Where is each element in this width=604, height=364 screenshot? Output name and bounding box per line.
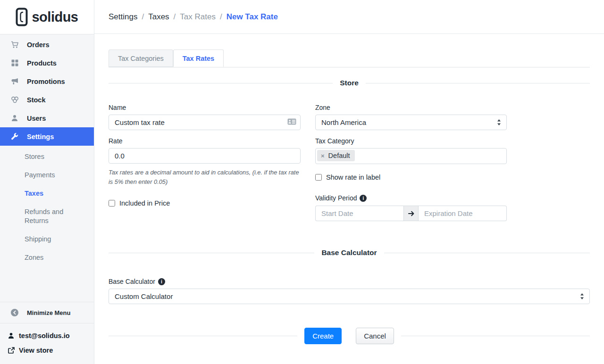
- sidebar-item-products[interactable]: Products: [0, 54, 94, 72]
- info-icon: i: [158, 278, 165, 285]
- create-button[interactable]: Create: [304, 328, 342, 344]
- sidebar: solidus Orders Products Promotions Stock: [0, 0, 94, 364]
- base-calculator-field-group: Base Calculator i Custom Calculator: [109, 278, 590, 304]
- breadcrumb-separator: /: [220, 12, 222, 22]
- stock-icon: [10, 96, 19, 103]
- autofill-contact-icon: [287, 118, 296, 127]
- rate-help-text: Tax rates are a decimal amount to aid in…: [109, 168, 301, 187]
- tax-category-field-group: Tax Category × Default Show rate in labe…: [315, 137, 507, 221]
- base-calculator-label-row: Base Calculator i: [109, 278, 590, 285]
- tab-tax-categories[interactable]: Tax Categories: [109, 50, 173, 67]
- name-field-group: Name: [109, 104, 301, 130]
- validity-period-label: Validity Period: [315, 194, 357, 202]
- arrow-right-icon: [403, 206, 419, 221]
- start-date-input[interactable]: [315, 206, 403, 221]
- sidebar-bottom: Minimize Menu test@solidus.io View store: [0, 302, 94, 364]
- show-rate-label: Show rate in label: [326, 174, 380, 181]
- validity-period-label-row: Validity Period i: [315, 194, 507, 202]
- grid-icon: [10, 59, 19, 66]
- base-calculator-section-title: Base Calculator: [314, 248, 384, 257]
- breadcrumb: Settings / Taxes / Tax Rates / New Tax R…: [94, 0, 604, 34]
- sidebar-item-orders[interactable]: Orders: [0, 35, 94, 54]
- sidebar-item-label: Settings: [27, 133, 54, 141]
- view-store-link[interactable]: View store: [8, 343, 94, 357]
- tax-category-chip: × Default: [317, 150, 355, 161]
- subnav-item-stores[interactable]: Stores: [0, 148, 94, 166]
- zone-field-group: Zone North America: [315, 104, 507, 130]
- breadcrumb-separator: /: [174, 12, 176, 22]
- store-section-title: Store: [333, 79, 366, 87]
- expiration-date-input[interactable]: [419, 206, 507, 221]
- base-calculator-label: Base Calculator: [109, 278, 155, 285]
- cart-icon: [10, 41, 19, 49]
- settings-subnav: Stores Payments Taxes Refunds and Return…: [0, 146, 94, 267]
- sidebar-item-label: Stock: [27, 96, 46, 104]
- chevron-left-circle-icon: [10, 309, 19, 316]
- wrench-icon: [10, 133, 19, 141]
- caret-updown-icon: [579, 293, 585, 300]
- chip-remove-icon[interactable]: ×: [321, 152, 325, 159]
- included-in-price-checkbox[interactable]: [109, 200, 115, 207]
- tax-category-multiselect[interactable]: × Default: [315, 148, 507, 164]
- rate-input[interactable]: [109, 148, 301, 164]
- subnav-item-zones[interactable]: Zones: [0, 248, 94, 267]
- validity-period-group: [315, 206, 507, 221]
- form-actions: Create Cancel: [109, 328, 590, 344]
- cancel-button[interactable]: Cancel: [356, 328, 394, 344]
- tax-category-label: Tax Category: [315, 137, 507, 145]
- base-calculator-section-legend: Base Calculator: [109, 248, 590, 257]
- included-in-price-label: Included in Price: [119, 199, 170, 207]
- sidebar-nav: Orders Products Promotions Stock Users: [0, 34, 94, 146]
- sidebar-item-settings[interactable]: Settings: [0, 127, 94, 146]
- solidus-logo-icon: [16, 8, 28, 26]
- included-in-price-row: Included in Price: [109, 199, 301, 207]
- megaphone-icon: [10, 78, 19, 85]
- tax-rate-form: Name Zone North America: [109, 104, 590, 221]
- tab-tax-rates[interactable]: Tax Rates: [173, 50, 224, 67]
- breadcrumb-settings[interactable]: Settings: [109, 12, 137, 22]
- user-icon: [10, 115, 19, 122]
- sidebar-item-label: Promotions: [27, 78, 65, 85]
- main-area: Settings / Taxes / Tax Rates / New Tax R…: [94, 0, 604, 364]
- caret-updown-icon: [496, 119, 502, 126]
- zone-selected-value: North America: [321, 118, 366, 126]
- account-email-link[interactable]: test@solidus.io: [8, 328, 94, 343]
- sidebar-item-stock[interactable]: Stock: [0, 91, 94, 109]
- name-input[interactable]: [109, 115, 301, 130]
- breadcrumb-taxes[interactable]: Taxes: [148, 12, 169, 22]
- sidebar-item-label: Users: [27, 115, 46, 122]
- view-store-label: View store: [19, 347, 53, 354]
- zone-label: Zone: [315, 104, 507, 111]
- breadcrumb-new-tax-rate: New Tax Rate: [226, 12, 278, 22]
- store-section-legend: Store: [109, 79, 590, 87]
- person-icon: [8, 332, 15, 339]
- solidus-logo[interactable]: solidus: [0, 0, 94, 34]
- page-content: Tax Categories Tax Rates Store Name Zone: [94, 34, 604, 344]
- zone-select[interactable]: North America: [315, 115, 507, 130]
- sidebar-item-users[interactable]: Users: [0, 109, 94, 127]
- minimize-menu-button[interactable]: Minimize Menu: [0, 302, 94, 323]
- account-section: test@solidus.io View store: [0, 323, 94, 364]
- sidebar-item-label: Orders: [27, 41, 50, 49]
- breadcrumb-separator: /: [142, 12, 144, 22]
- subnav-item-shipping[interactable]: Shipping: [0, 230, 94, 248]
- show-rate-checkbox[interactable]: [315, 174, 322, 181]
- show-rate-row: Show rate in label: [315, 174, 507, 181]
- account-email: test@solidus.io: [19, 332, 70, 339]
- subnav-item-taxes[interactable]: Taxes: [0, 184, 94, 203]
- tax-category-chip-label: Default: [328, 152, 350, 159]
- subnav-item-payments[interactable]: Payments: [0, 166, 94, 184]
- info-icon: i: [360, 195, 367, 202]
- name-label: Name: [109, 104, 301, 111]
- tab-bar: Tax Categories Tax Rates: [109, 50, 590, 67]
- base-calculator-selected-value: Custom Calculator: [115, 292, 173, 300]
- rate-field-group: Rate Tax rates are a decimal amount to a…: [109, 137, 301, 221]
- external-link-icon: [8, 347, 15, 354]
- sidebar-item-promotions[interactable]: Promotions: [0, 72, 94, 91]
- minimize-menu-label: Minimize Menu: [27, 309, 70, 316]
- base-calculator-select[interactable]: Custom Calculator: [109, 289, 590, 304]
- rate-label: Rate: [109, 137, 301, 145]
- breadcrumb-tax-rates[interactable]: Tax Rates: [180, 12, 216, 22]
- subnav-item-refunds[interactable]: Refunds and Returns: [0, 203, 94, 230]
- sidebar-item-label: Products: [27, 59, 57, 67]
